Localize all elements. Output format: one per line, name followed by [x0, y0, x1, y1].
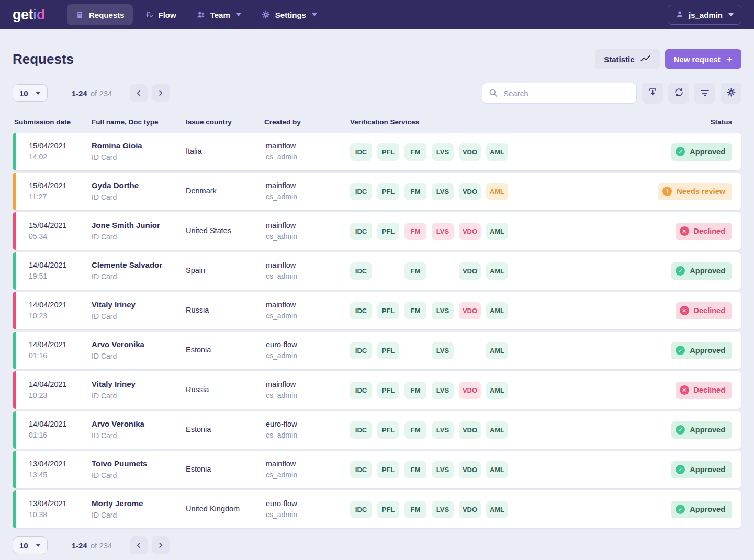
cell-created-by: mainflow cs_admin [266, 181, 350, 202]
cell-issue-country: Italia [186, 146, 266, 157]
cell-submission-date: 14/04/2021 01:16 [29, 340, 92, 361]
table-row[interactable]: 14/04/2021 19:51 Clemente Salvador ID Ca… [13, 252, 741, 290]
cell-full-name: Arvo Veronika ID Card [92, 339, 186, 361]
statistic-label: Statistic [604, 55, 634, 64]
full-name: Vitaly Iriney [92, 379, 186, 390]
verification-services: IDC PFL FM LVS VDO AML [350, 421, 671, 439]
service-badge-aml: AML [486, 461, 508, 478]
created-by-admin: cs_admin [266, 311, 350, 321]
nav-item-flow[interactable]: Flow [136, 4, 185, 25]
table-row[interactable]: 14/04/2021 01:16 Arvo Veronika ID Card E… [13, 411, 741, 449]
service-badge-lvs: LVS [432, 501, 454, 518]
caret-down-icon [312, 13, 317, 16]
pagination-range: 1-24of 234 [72, 89, 112, 98]
th-full-name: Full name, Doc type [92, 118, 186, 126]
export-button[interactable] [642, 83, 663, 104]
issue-country: Spain [186, 266, 266, 276]
service-badge-aml: AML [486, 262, 508, 280]
cell-created-by: euro-flow cs_admin [266, 499, 350, 520]
page-size-select[interactable]: 10 [13, 84, 48, 102]
nav-item-settings[interactable]: Settings [253, 4, 325, 25]
submission-time: 10:23 [29, 391, 92, 401]
table-row[interactable]: 13/04/2021 13:45 Toivo Puumets ID Card E… [13, 451, 741, 488]
created-by-flow: mainflow [266, 260, 350, 271]
full-name: Jone Smith Junior [92, 220, 186, 231]
refresh-button[interactable] [668, 83, 689, 104]
range-total: of 234 [91, 89, 112, 98]
created-by-flow: euro-flow [266, 340, 350, 350]
submission-date: 14/04/2021 [29, 380, 92, 390]
filter-button[interactable] [694, 83, 715, 104]
table-row[interactable]: 15/04/2021 11:27 Gyda Dorthe ID Card Den… [13, 173, 741, 210]
table-row[interactable]: 14/04/2021 10:23 Vitaly Iriney ID Card R… [13, 371, 741, 409]
nav-item-requests[interactable]: Requests [67, 4, 133, 25]
gear-icon [261, 10, 271, 19]
cell-full-name: Vitaly Iriney ID Card [92, 300, 186, 321]
table-row[interactable]: 14/04/2021 10:23 Vitaly Iriney ID Card R… [13, 292, 741, 329]
prev-page-button[interactable] [130, 84, 148, 102]
verification-services: IDC PFL FM LVS VDO AML [350, 501, 671, 518]
cell-issue-country: Estonia [186, 345, 266, 356]
cell-submission-date: 15/04/2021 11:27 [29, 181, 92, 202]
download-icon [648, 87, 658, 99]
cell-created-by: mainflow cs_admin [266, 300, 350, 321]
service-badge-aml: AML [486, 223, 508, 240]
cell-created-by: mainflow cs_admin [266, 380, 350, 401]
status-badge: ✓ Approved [671, 342, 732, 359]
service-badge-vdo: VDO [459, 501, 481, 518]
table-row[interactable]: 15/04/2021 05:34 Jone Smith Junior ID Ca… [13, 212, 741, 250]
page-size-value: 10 [19, 89, 28, 98]
submission-date: 14/04/2021 [29, 260, 92, 271]
cell-submission-date: 15/04/2021 14:02 [29, 141, 92, 162]
submission-date: 14/04/2021 [29, 340, 92, 350]
next-page-button-bottom[interactable] [152, 536, 170, 554]
status-icon: ✓ [676, 346, 685, 355]
created-by-flow: mainflow [266, 380, 350, 390]
status-icon: ✓ [676, 505, 685, 514]
prev-page-button-bottom[interactable] [130, 536, 148, 554]
page-size-select-bottom[interactable]: 10 [13, 536, 48, 554]
cell-issue-country: Spain [186, 266, 266, 276]
status-label: Declined [694, 386, 725, 394]
next-page-button[interactable] [152, 84, 170, 102]
service-badge-lvs: LVS [432, 421, 454, 439]
logo-get: get [13, 7, 33, 22]
app-logo[interactable]: getid [13, 7, 45, 23]
service-badge-pfl: PFL [377, 183, 399, 200]
cell-full-name: Morty Jerome ID Card [92, 498, 186, 520]
verification-services: IDC PFL FM LVS VDO AML [350, 223, 676, 240]
status-label: Approved [690, 505, 725, 513]
doc-type: ID Card [92, 232, 186, 242]
search-input[interactable] [482, 83, 637, 104]
table-settings-button[interactable] [721, 83, 741, 104]
service-badge-fm: FM [404, 302, 426, 319]
toolbar-bottom: 10 1-24of 234 [13, 536, 741, 554]
service-badge-lvs: LVS [432, 143, 454, 161]
service-badge-pfl: PFL [377, 143, 399, 161]
status-accent-bar [13, 490, 16, 528]
submission-date: 14/04/2021 [29, 300, 92, 311]
user-menu-button[interactable]: js_admin [668, 5, 741, 25]
caret-down-icon [36, 544, 41, 547]
range-value: 1-24 [72, 541, 87, 550]
service-badge-fm: FM [404, 143, 426, 161]
status-badge: ✓ Approved [671, 262, 732, 280]
status-label: Approved [690, 346, 725, 355]
new-request-button[interactable]: New request + [665, 49, 741, 69]
full-name: Toivo Puumets [92, 459, 186, 469]
service-badge-aml: AML [486, 421, 508, 439]
cell-submission-date: 15/04/2021 05:34 [29, 221, 92, 242]
statistic-button[interactable]: Statistic [595, 49, 659, 69]
table-row[interactable]: 15/04/2021 14:02 Romina Gioia ID Card It… [13, 133, 741, 170]
page-size-value: 10 [19, 541, 28, 550]
navbar: getid Requests Flow Team Settings [0, 0, 754, 29]
cell-created-by: euro-flow cs_admin [266, 419, 350, 440]
table-row[interactable]: 13/04/2021 10:38 Morty Jerome ID Card Un… [13, 490, 741, 528]
service-badge-idc: IDC [350, 223, 372, 240]
range-total: of 234 [91, 541, 112, 550]
chevron-left-icon [135, 542, 142, 549]
table-row[interactable]: 14/04/2021 01:16 Arvo Veronika ID Card E… [13, 332, 741, 369]
cell-created-by: mainflow cs_admin [266, 260, 350, 281]
status-label: Approved [690, 147, 725, 156]
nav-item-team[interactable]: Team [188, 4, 250, 25]
